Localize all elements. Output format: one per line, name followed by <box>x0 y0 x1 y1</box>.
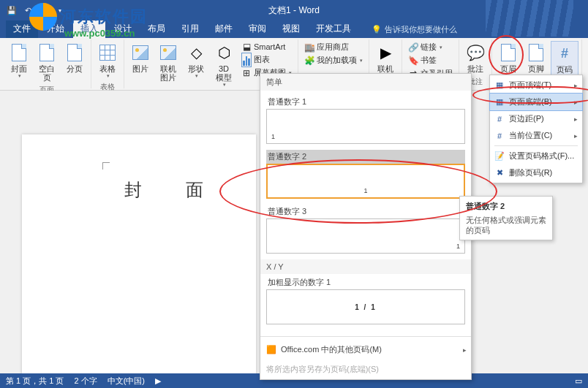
link-button[interactable]: 🔗链接▾ <box>405 41 456 53</box>
chart-button[interactable]: 图表 <box>238 53 295 66</box>
gallery-item-plain-3[interactable]: 普通数字 3 1 <box>266 205 465 254</box>
tab-home[interactable]: 开始 <box>39 20 72 38</box>
tab-file[interactable]: 文件 <box>6 20 38 38</box>
page-top-icon: ▦ <box>494 80 505 91</box>
tell-me-placeholder: 告诉我你想要做什么 <box>385 24 457 35</box>
menu-page-margin[interactable]: #页边距(P)▸ <box>490 110 582 127</box>
menu-format-pagenum[interactable]: 📝设置页码格式(F)... <box>490 148 582 164</box>
tab-insert[interactable]: 插入 <box>73 20 105 38</box>
menu-current-position[interactable]: #当前位置(C)▸ <box>490 127 582 144</box>
textbox-button[interactable]: A文本框▾ <box>585 41 588 82</box>
window-title: 文档1 - Word <box>268 4 320 17</box>
view-read-icon[interactable]: ▭ <box>575 376 582 386</box>
margin-corner-mark <box>102 162 110 170</box>
save-icon[interactable]: 💾 <box>6 4 18 16</box>
bulb-icon: 💡 <box>372 25 382 34</box>
gallery-item-plain-1[interactable]: 普通数字 1 1 <box>266 95 465 144</box>
tab-view[interactable]: 视图 <box>275 20 307 38</box>
group-tables: 表格▾ 表格 <box>91 39 124 88</box>
store-button[interactable]: 🏬应用商店 <box>301 41 366 53</box>
quick-access-toolbar: 💾 ↶ ↻ ▾ <box>0 4 66 16</box>
group-text: A文本框▾ 📄文档部件▾ A艺术字▾ 文本 <box>582 39 588 88</box>
menu-page-bottom[interactable]: ▦页面底端(B)▸ <box>490 94 582 110</box>
tab-references[interactable]: 引用 <box>174 20 206 38</box>
qat-more-icon[interactable]: ▾ <box>54 4 66 16</box>
separator <box>494 145 578 146</box>
shapes-button[interactable]: ◇形状▾ <box>183 41 209 80</box>
bookmark-button[interactable]: 🔖书签 <box>405 54 456 66</box>
tooltip-title: 普通数字 2 <box>466 201 546 212</box>
page-margin-icon: # <box>494 114 505 124</box>
page-number-gallery: 简单 普通数字 1 1 普通数字 2 1 普通数字 3 1 X / Y 加粗显示… <box>260 73 472 380</box>
my-addins-button[interactable]: 🧩我的加载项▾ <box>301 54 366 66</box>
gallery-item-bold-1[interactable]: 加粗显示的数字 1 1 / 1 <box>266 275 465 324</box>
page-break-button[interactable]: 分页 <box>61 41 88 75</box>
tab-design[interactable]: 设计 <box>107 20 139 38</box>
tab-mail[interactable]: 邮件 <box>208 20 240 38</box>
tab-layout[interactable]: 布局 <box>140 20 173 38</box>
picture-button[interactable]: 图片 <box>127 41 154 75</box>
tab-dev[interactable]: 开发工具 <box>309 20 358 38</box>
status-lang[interactable]: 中文(中国) <box>108 376 145 387</box>
tab-review[interactable]: 审阅 <box>241 20 274 38</box>
undo-icon[interactable]: ↶ <box>22 4 34 16</box>
title-bar: 💾 ↶ ↻ ▾ 文档1 - Word <box>0 0 588 20</box>
gallery-item-plain-2[interactable]: 普通数字 2 1 <box>266 150 465 199</box>
format-icon: 📝 <box>494 151 505 161</box>
table-button[interactable]: 表格▾ <box>94 41 121 80</box>
tell-me-search[interactable]: 💡 告诉我你想要做什么 <box>369 21 460 38</box>
comment-button[interactable]: 💬批注 <box>462 41 489 75</box>
group-pages: 封面▾ 空白页 分页 页面 <box>3 39 91 88</box>
status-page[interactable]: 第 1 页，共 1 页 <box>6 376 64 387</box>
office-icon: 🟧 <box>266 345 276 354</box>
redo-icon[interactable]: ↻ <box>38 4 50 16</box>
tooltip-body: 无任何格式或强调元素的页码 <box>466 215 546 235</box>
gallery-section-header-2: X / Y <box>260 259 471 274</box>
document-page[interactable]: 封 面 <box>22 134 256 373</box>
office-more-pagenumbers[interactable]: 🟧Office.com 中的其他页码(M)▸ <box>260 340 471 360</box>
current-pos-icon: # <box>494 131 505 141</box>
gallery-section-header: 简单 <box>260 74 471 91</box>
menu-page-top[interactable]: ▦页面顶端(T)▸ <box>490 77 582 94</box>
blank-page-button[interactable]: 空白页 <box>34 41 60 83</box>
cover-title-text: 封 面 <box>124 178 216 202</box>
status-macro-icon[interactable]: ▶ <box>155 376 161 386</box>
status-words[interactable]: 2 个字 <box>74 376 97 387</box>
decor-stripes <box>486 0 573 37</box>
menu-remove-pagenum[interactable]: ✖删除页码(R) <box>490 164 582 181</box>
cover-page-button[interactable]: 封面▾ <box>6 41 32 80</box>
page-number-position-menu: ▦页面顶端(T)▸ ▦页面底端(B)▸ #页边距(P)▸ #当前位置(C)▸ 📝… <box>489 75 583 183</box>
save-selection-as-pagenum: 将所选内容另存为页码(底端)(S) <box>260 360 471 379</box>
separator <box>260 336 471 337</box>
remove-icon: ✖ <box>494 168 505 178</box>
3d-model-button[interactable]: ⬡3D 模型▾ <box>211 41 237 89</box>
gallery-item-tooltip: 普通数字 2 无任何格式或强调元素的页码 <box>459 196 553 240</box>
online-picture-button[interactable]: 联机图片 <box>155 41 181 83</box>
page-bottom-icon: ▦ <box>494 97 505 107</box>
smartart-button[interactable]: ⬓SmartArt <box>238 41 295 53</box>
